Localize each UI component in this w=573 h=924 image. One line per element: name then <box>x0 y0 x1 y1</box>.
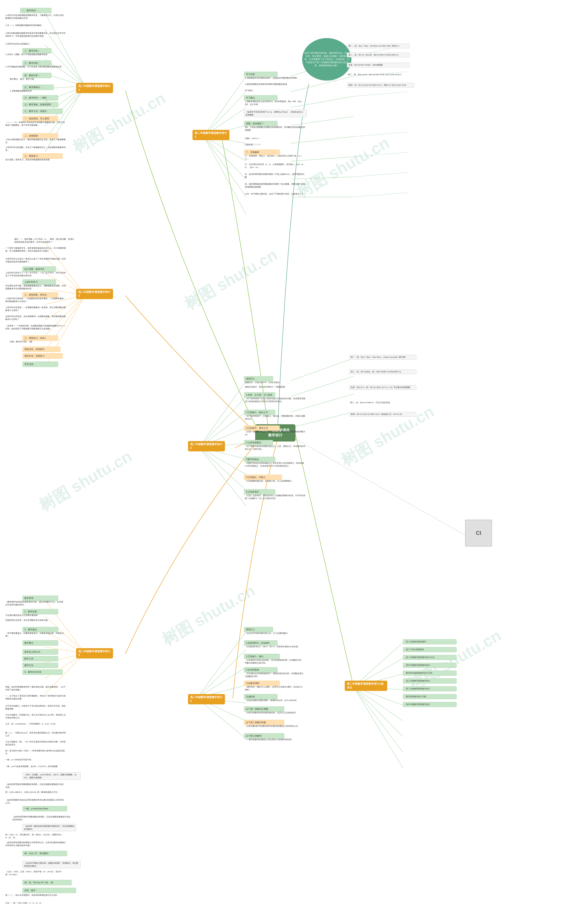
t2-sub-5a: ①、举例说明，用定义，首先设x₁，x₂是区间D上的两个值，x₁＜x₂... <box>244 154 307 161</box>
t5-ext-10: 一般，y=e^x也是单调函数，设a<b，e^a<e^b，则为增函数 <box>5 764 67 768</box>
t4-sub-7a: （已知二次多项式，研究其对应二次函数的图像与性质，引导学生探索二次函数与一元二次… <box>244 494 307 500</box>
t5-ext-1: 例题：如何利用函数来研究一般的实际问题，建立函数模型...（以下列举了相关例题） <box>5 685 67 692</box>
svg-line-18 <box>204 136 246 197</box>
watermark-6: 树图 shutu.cn <box>337 401 438 471</box>
t6-sub-5a: （完成本章教学需要3课时，每课时45分钟，合计135分钟） <box>244 698 304 702</box>
t2-sub-1a: 1.回顾函数具有奇偶性的条件，知道如何判断函数的单调性 <box>244 76 307 80</box>
t4-sub-5a: （用数学归纳法证明命题p(n)，首先证明n=1时命题成立；然后假设n=k时命题成… <box>244 461 307 468</box>
t5-sub-1b: ②能利用正弦定理，余弦定理解决有关实际问题 <box>5 619 65 622</box>
t7-sub-8: · 数学课堂教学设计方案 <box>403 694 457 699</box>
t5-leaf-3: 例：公比＝√2，等比数列中，第一项为4，公比为2，则数列为4，8，16，32..… <box>5 833 67 839</box>
t6-sub-3a: （学生通过合并同类项的练习，熟悉多项式的化简，并理解多项式与函数的关系） <box>244 672 304 678</box>
t1-sub-10b: 上初中时学过的函数，学生已了解函数的定义，知道函数的图象和性质... <box>5 146 67 152</box>
t5-sub-4: 基本定义和公式。 <box>22 649 58 655</box>
t5-sub-7: 3．教学有关任务 <box>22 669 63 675</box>
topic-7: 高二年级数学课堂教学设计1相关文 <box>345 681 387 691</box>
svg-line-78 <box>354 132 407 136</box>
svg-line-52 <box>354 642 403 687</box>
t5-ext-6: 解（二）：利用公比公式，推导等比数列通项公式，等比数列的求和公式 <box>5 731 67 738</box>
t4-far-2: 第二：设：f(n+1)≤f(n)，则…2f(n+2)≤f(n+1)+f(n)≤2… <box>349 370 416 374</box>
svg-line-35 <box>199 447 246 475</box>
t7-sub-5: · 数学初中版课堂教学设计示范 <box>403 670 457 676</box>
svg-line-46 <box>197 649 246 698</box>
t5-box-5: 一般，y=sinx/cosx=tanx <box>22 806 67 811</box>
t5-ext-9: 一般，y= AIME成为等差中项 <box>5 758 67 762</box>
svg-line-79 <box>354 152 407 157</box>
t6-sub-8a: （一般等差数列的通项公式及求和公式的推导和应用） <box>244 738 304 742</box>
t5-sub-0a: （围绕"数学如何提高成绩"教学目标，通过多种数学方法，以及通过对实际问题的研究） <box>5 600 65 606</box>
t4-sub-2a: （对于各种情境下，已知输入、输出值，判断函数类型，并建立函数表达式） <box>244 414 307 421</box>
t3-sub-8: 学生活动 <box>22 362 58 367</box>
t2-sub-5d: ③、能否用图像直接判断函数的单调性？给出图像，判断在哪个区间是增函数或减函数 <box>244 182 307 189</box>
t2-sub-1b: 2.能利用函数的奇偶性和单调性判断函数的值域 <box>244 82 307 86</box>
t1-sub-1c: 3.因为对数函数的图象和性质是本章的重要内容，所以通过对本节内容的学习，学生能领… <box>5 31 67 38</box>
t5-bottom-2: （公比：r=b/a，公差：d=b-a，等差中项：b=（a+c)/2，等比中项：b… <box>5 870 65 876</box>
t5-bottom-4: 总结，提升 <box>22 888 76 893</box>
t3-sub-1a: 一个是学习困难的学生，他所掌握的基础知识有什么，学习有哪些困难，学习需要哪些帮助… <box>5 246 67 253</box>
t7-sub-6: · 高三年级数学课堂教学设计 <box>403 678 457 684</box>
t1-sub-9a: （一）~（八）年级到中学阶段所学的指数为整数和分数，学生已经熟悉了指数概念，接下… <box>5 121 67 127</box>
t4-sub-3a: （已知一次函数，解题中利用基本公式，理解函数的单调性的判断方法） <box>244 430 307 436</box>
t3-sub-4c: 在初中时已经知道，反比例函数和一次函数的图象，那对数函数的图象有什么特征？ <box>5 315 67 321</box>
t5-ext-3: 元不等式的解法：分析每个不等式的结构特征，联系已学内容，制定解题策略 <box>5 704 67 711</box>
mindmap-container: 树图 shutu.cn 树图 shutu.cn 树图 shutu.cn 树图 s… <box>0 0 573 924</box>
t4-lead-b: 根据已知条件，我们来共同探讨一下解题思路 <box>244 385 302 389</box>
t6-sub-2a: （已知直线方程和点的坐标，求点到直线的距离；已知圆的方程，判断点和圆的位置关系） <box>244 658 304 665</box>
t4-far-4: 第三：设：f(n)=An²+Bn+C→可以计算其差值 <box>349 401 412 404</box>
t2-sub-4b: 问题1：KACr=？ <box>244 136 307 140</box>
t2-sub-4a: 例1、已知f(x)用图象法判断f(x)的单调区间，并判断f(x)是奇函数还是偶函… <box>244 125 307 132</box>
svg-line-17 <box>204 136 246 179</box>
t5-box-3: 例：公比=AB60+4，公差=公比-40, 则一般项的递推公式为： <box>5 790 65 794</box>
svg-line-81 <box>354 193 407 197</box>
t5-sub-1a: ①会用向量的加法公式求两向量的模 <box>5 614 65 617</box>
intro-node: 在学习高中数学的时候，很多同学以为，好好记住，死记硬背，就能上好成绩，但其实没有… <box>302 38 351 81</box>
t2-sub-5c: ②、如何利用导数来判断单调性？不是上面的KACr，是用导数来判断 <box>244 172 307 179</box>
svg-line-45 <box>197 631 246 698</box>
t2-sub-3: 《如果对于区间D内某个x₁<x₂，都有f(x₁)<f(x₂)》，则说f(x)在D… <box>244 110 307 117</box>
t5-box-1: （对比一次函数，y=kx+b(k≠0)，当k>0，函数为增函数；当k<0，函数为… <box>22 772 81 780</box>
svg-line-59 <box>354 687 403 752</box>
svg-line-30 <box>199 396 246 447</box>
watermark-2: 树图 shutu.cn <box>181 244 281 315</box>
t6-sub-1a: （已知矩形ABCD，AB=4，BC=3，求矩形对角线AC的长度） <box>244 645 304 648</box>
topic-6: 高二年级数学课堂教学设计6 <box>188 694 225 704</box>
svg-line-29 <box>199 381 246 447</box>
t3-sub-4d: （这里有一~一年级的内容）反函数的图象与原函数的图象关于y＝x对称（这就说明了对… <box>5 324 67 330</box>
t1-sub-4a: 教学重点、难点，教学方案 <box>9 77 49 81</box>
watermark-4: 树图 shutu.cn <box>158 580 259 650</box>
topic-2: 高二年级数学课堂教学设计2 <box>193 130 229 140</box>
svg-line-58 <box>354 687 403 737</box>
t2-far-1: 第一，设：f(x₁)－f(x₂)，Mx+b≥x₁>x₂>Min, M≠0, 则f… <box>347 44 410 49</box>
t6-sub-4a: （课时安排：概念引入1课时，定理与公式推导1课时，综合练习1课时） <box>244 685 304 692</box>
t5-leaf-2: （如何将一般的实际问题用数学模型表示，并运用函数的知识解决） <box>22 824 76 831</box>
svg-line-19 <box>204 136 246 215</box>
t1-sub-8: 八、教学方法：讲授法 <box>22 109 63 114</box>
t1-sub-1b: 2.本（一）对数函数的图象和性质的解析。 <box>5 23 63 27</box>
t1-sub-1a: 1.使学生学会对数函数的图象和性质，了解换底公式，从而认识指数函数与对数函数的关… <box>5 13 65 20</box>
t5-box-4: （如何利用数学归纳法证明等差数列和等比数列的通项公式和求和公式） <box>5 798 65 805</box>
t4-far-1: 第一：设：f(x₁)＜f(x₂)，Mx₁+b≤x₂，min≤x₁<x₂≤max,… <box>349 355 416 360</box>
t7-sub-3: · 高二年级数学课堂教学设计01式 <box>403 655 457 660</box>
svg-line-60 <box>354 687 403 768</box>
t2-sub-4c: 问题答案？？？？ <box>244 143 307 147</box>
t2-far-3: 若是：f(n+2)>f(n+1)>f(n)，则为增函数 <box>347 63 410 67</box>
t7-sub-9: · 初中年级数学课堂教学设计 <box>403 702 457 707</box>
t1-sub-2a: 1.本章为《函数》第三节对数函数的图象和性质 <box>5 53 60 56</box>
t6-sub-7a: （分析实数域中等差数列和等比数列的通项公式和求和公式） <box>244 724 304 728</box>
t4-far-5: 第四：f(n+1)=A(n+1)²+B(n+1)+C, 则差值公式：2An+A+… <box>349 412 416 417</box>
svg-line-62 <box>291 358 354 381</box>
t5-leaf-1: （如何利用导数来判断函数的单调性，以及对函数的图像进行初步分析和研究） <box>11 815 72 821</box>
svg-line-80 <box>354 172 407 177</box>
t3-sub-2a: 上初中时已经学习了一元一次不等式，一元二次不等式，学生已经知道了不等式的基本解法… <box>5 271 67 277</box>
t1-sub-1d: 4.培养学生的自主探索能力。 <box>5 42 58 46</box>
t1-sub-3a: 1.本节课题是对数函数，学习内容是了解对数函数的图象和性质 <box>5 65 65 69</box>
t2-far-5: 第四，设：f(n+1)=A(n+1)²+B(n+1)+C，则f(n+1)−f(n… <box>347 83 414 88</box>
svg-line-69 <box>291 116 354 125</box>
t4-sub-6a: （已知函数的输出值，反求输入值，引入反函数概念） <box>244 479 307 483</box>
watermark-7: 树图 shutu.cn <box>404 625 505 695</box>
t7-sub-2: · 高三下语文课堂教学 <box>403 647 457 652</box>
topic-1: 高二年级数学课堂教学设计1 <box>76 83 113 93</box>
t1-sub-1: 一、教学目的： <box>20 8 52 13</box>
t5-sub-6: 教学方法 <box>22 663 58 668</box>
t5-sub-2a: （本节课的重难点，向量的坐标表示，向量的加减运算，向量的点乘） <box>5 631 65 638</box>
